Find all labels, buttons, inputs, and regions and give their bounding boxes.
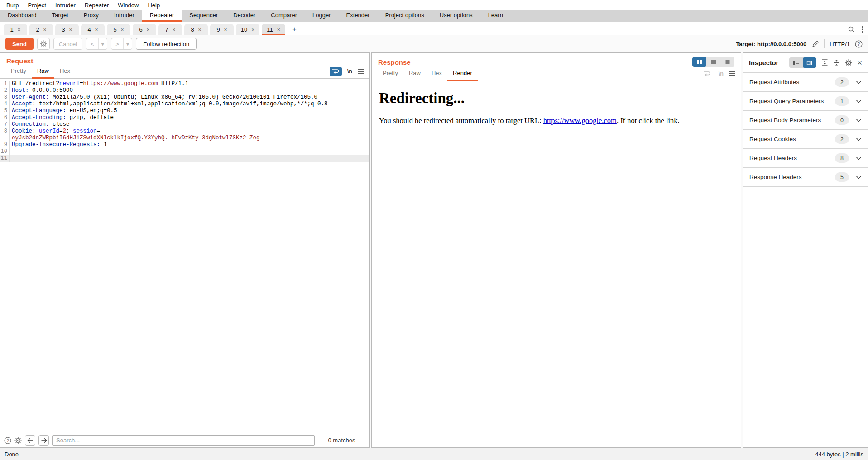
response-tab-raw[interactable]: Raw — [403, 67, 426, 81]
layout-single-button[interactable] — [720, 57, 734, 67]
inspector-dock-left-button[interactable] — [789, 57, 803, 68]
close-tab-icon[interactable]: × — [173, 27, 176, 33]
repeater-tab-3[interactable]: 3× — [55, 24, 79, 35]
tab-repeater[interactable]: Repeater — [142, 10, 182, 22]
close-tab-icon[interactable]: × — [121, 27, 124, 33]
forward-button[interactable]: > — [111, 38, 123, 49]
repeater-tab-10[interactable]: 10× — [236, 24, 259, 35]
close-tab-icon[interactable]: × — [277, 27, 280, 33]
layout-columns-button[interactable] — [692, 57, 706, 67]
close-tab-icon[interactable]: × — [198, 27, 201, 33]
repeater-tab-5[interactable]: 5× — [107, 24, 130, 35]
layout-rows-button[interactable] — [706, 57, 720, 67]
request-tab-pretty[interactable]: Pretty — [5, 65, 32, 79]
editor-menu-icon[interactable] — [358, 69, 364, 74]
response-tab-pretty[interactable]: Pretty — [377, 67, 403, 81]
repeater-tab-2[interactable]: 2× — [29, 24, 53, 35]
response-editor-options: \n — [701, 69, 735, 81]
back-button[interactable]: < — [86, 38, 98, 49]
inspector-settings-gear-icon[interactable] — [845, 59, 852, 66]
help-icon[interactable]: ? — [855, 40, 863, 48]
count-badge: 0 — [835, 115, 849, 125]
repeater-tab-8[interactable]: 8× — [184, 24, 208, 35]
forward-history-dropdown[interactable]: ▾ — [123, 38, 132, 49]
repeater-tab-1[interactable]: 1× — [4, 24, 27, 35]
http-version-label[interactable]: HTTP/1 — [830, 41, 850, 47]
edit-target-pencil-icon[interactable] — [811, 40, 819, 48]
tab-proxy[interactable]: Proxy — [76, 10, 106, 22]
request-tab-hex[interactable]: Hex — [54, 65, 76, 79]
tab-extender[interactable]: Extender — [339, 10, 378, 22]
word-wrap-icon[interactable] — [330, 67, 342, 76]
tab-user-options[interactable]: User options — [432, 10, 480, 22]
search-previous-button[interactable] — [25, 435, 35, 446]
collapse-all-icon[interactable] — [833, 59, 840, 66]
repeater-tabs: 1×2×3×4×5×6×7×8×9×10×11×+ — [4, 24, 301, 35]
tab-decoder[interactable]: Decoder — [225, 10, 263, 22]
request-tab-raw[interactable]: Raw — [32, 65, 54, 79]
kebab-menu-icon[interactable] — [861, 26, 863, 33]
svg-text:?: ? — [858, 42, 860, 47]
tab-dashboard[interactable]: Dashboard — [0, 10, 44, 22]
inspector-close-icon[interactable]: × — [857, 58, 862, 67]
response-tab-render[interactable]: Render — [447, 67, 478, 81]
add-tab-button[interactable]: + — [288, 25, 301, 35]
toolbar-divider — [824, 39, 825, 48]
cancel-button[interactable]: Cancel — [53, 38, 82, 50]
search-icon[interactable] — [848, 26, 855, 33]
repeater-tab-11[interactable]: 11× — [262, 24, 285, 35]
menu-bar: BurpProjectIntruderRepeaterWindowHelp — [0, 0, 868, 10]
inspector-section-request-query-parameters[interactable]: Request Query Parameters1 — [743, 92, 868, 111]
inspector-section-request-cookies[interactable]: Request Cookies2 — [743, 130, 868, 149]
send-button[interactable]: Send — [5, 38, 34, 50]
close-tab-icon[interactable]: × — [69, 27, 72, 33]
show-newlines-icon[interactable]: \n — [347, 68, 352, 75]
close-tab-icon[interactable]: × — [95, 27, 98, 33]
repeater-tab-6[interactable]: 6× — [133, 24, 156, 35]
inspector-title: Inspector — [749, 59, 778, 66]
request-editor[interactable]: 1GET /redirect?newurl=https://www.google… — [0, 79, 369, 433]
tab-sequencer[interactable]: Sequencer — [182, 10, 225, 22]
menu-burp[interactable]: Burp — [2, 1, 23, 9]
tab-learn[interactable]: Learn — [480, 10, 511, 22]
menu-window[interactable]: Window — [113, 1, 143, 9]
back-history-dropdown[interactable]: ▾ — [98, 38, 107, 49]
inspector-dock-right-button[interactable] — [803, 57, 816, 68]
tab-target[interactable]: Target — [44, 10, 76, 22]
editor-menu-icon[interactable] — [729, 71, 735, 76]
tab-logger[interactable]: Logger — [305, 10, 338, 22]
follow-redirection-button[interactable]: Follow redirection — [136, 38, 197, 50]
search-help-icon[interactable]: ? — [4, 437, 11, 444]
svg-text:?: ? — [6, 438, 9, 443]
line-number: 6 — [0, 114, 10, 121]
repeater-tab-7[interactable]: 7× — [158, 24, 182, 35]
send-settings-gear-button[interactable] — [37, 38, 50, 50]
menu-help[interactable]: Help — [143, 1, 164, 9]
inspector-panel: Inspector × — [743, 52, 868, 448]
close-tab-icon[interactable]: × — [224, 27, 227, 33]
redirect-link[interactable]: https://www.google.com — [543, 116, 617, 125]
search-next-button[interactable] — [38, 435, 49, 446]
repeater-tab-4[interactable]: 4× — [81, 24, 105, 35]
tab-comparer[interactable]: Comparer — [263, 10, 305, 22]
expand-all-icon[interactable] — [821, 59, 828, 66]
response-tab-hex[interactable]: Hex — [426, 67, 447, 81]
tab-intruder[interactable]: Intruder — [106, 10, 142, 22]
search-input[interactable] — [52, 435, 315, 446]
menu-intruder[interactable]: Intruder — [51, 1, 80, 9]
close-tab-icon[interactable]: × — [251, 27, 254, 33]
tab-project-options[interactable]: Project options — [378, 10, 432, 22]
close-tab-icon[interactable]: × — [18, 27, 21, 33]
inspector-section-request-headers[interactable]: Request Headers8 — [743, 149, 868, 168]
close-tab-icon[interactable]: × — [147, 27, 150, 33]
show-newlines-icon[interactable]: \n — [719, 71, 724, 77]
search-settings-gear-icon[interactable] — [14, 437, 22, 444]
repeater-tab-9[interactable]: 9× — [210, 24, 234, 35]
word-wrap-icon[interactable] — [701, 69, 713, 78]
inspector-section-request-body-parameters[interactable]: Request Body Parameters0 — [743, 111, 868, 130]
menu-repeater[interactable]: Repeater — [80, 1, 113, 9]
close-tab-icon[interactable]: × — [43, 27, 47, 33]
inspector-section-request-attributes[interactable]: Request Attributes2 — [743, 73, 868, 92]
menu-project[interactable]: Project — [23, 1, 50, 9]
inspector-section-response-headers[interactable]: Response Headers5 — [743, 168, 868, 187]
